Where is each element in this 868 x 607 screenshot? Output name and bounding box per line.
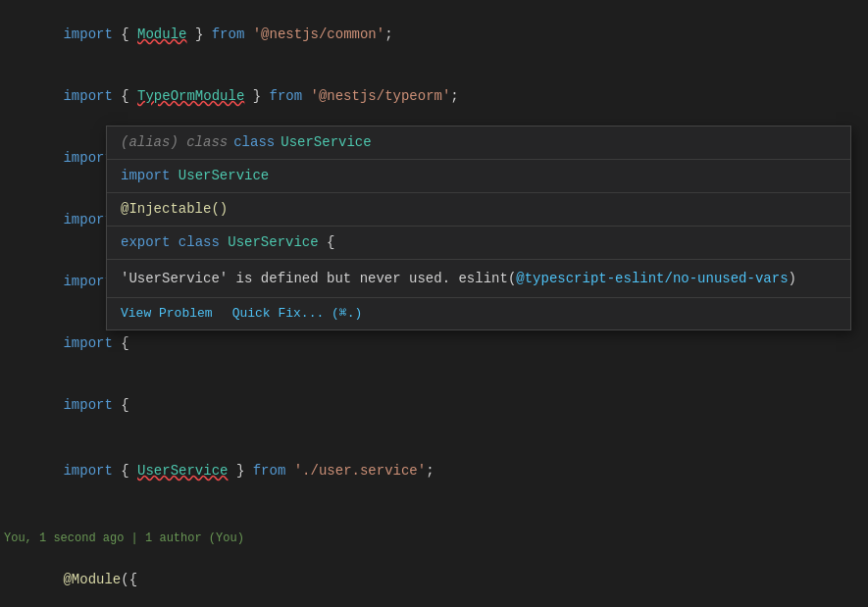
warning-source: eslint( bbox=[458, 271, 516, 286]
keyword: import bbox=[63, 26, 112, 42]
import-class: UserService bbox=[179, 168, 269, 183]
tooltip-decorator-row: @Injectable() bbox=[107, 193, 850, 227]
punc: { bbox=[113, 335, 129, 351]
line-content: @Module({ bbox=[14, 549, 852, 607]
tooltip-alias-row: (alias) class class UserService bbox=[107, 126, 850, 160]
line-content bbox=[14, 502, 852, 523]
punc: } bbox=[244, 88, 269, 104]
punc: } bbox=[228, 463, 252, 479]
class-keyword: class bbox=[179, 234, 220, 250]
punc bbox=[244, 26, 252, 42]
keyword: from bbox=[253, 463, 286, 479]
warning-close: ) bbox=[789, 271, 796, 286]
code-line bbox=[0, 502, 868, 524]
class-name-tooltip: UserService bbox=[228, 234, 318, 250]
string: '@nestjs/typeorm' bbox=[311, 88, 451, 104]
code-editor: import { Module } from '@nestjs/common';… bbox=[0, 0, 868, 607]
decorator-text: @Injectable() bbox=[121, 201, 228, 217]
punc: ; bbox=[450, 88, 458, 104]
alias-class-name: UserService bbox=[281, 132, 371, 153]
warning-link[interactable]: @typescript-eslint/no-unused-vars bbox=[516, 271, 788, 286]
alias-label: (alias) class bbox=[121, 132, 228, 153]
class-name: TypeOrmModule bbox=[137, 88, 244, 104]
punc: ; bbox=[426, 463, 434, 479]
hover-tooltip: (alias) class class UserService import U… bbox=[106, 126, 851, 330]
warning-message: 'UserService' is defined but never used. bbox=[121, 271, 450, 286]
keyword: import bbox=[63, 335, 112, 351]
brace: { bbox=[327, 234, 334, 250]
punc bbox=[302, 88, 310, 104]
alias-class-keyword: class bbox=[233, 132, 275, 153]
tooltip-import-row: import UserService bbox=[107, 160, 850, 193]
punc: ({ bbox=[121, 572, 137, 587]
import-keyword: import bbox=[121, 168, 170, 183]
punc: } bbox=[186, 26, 211, 42]
tooltip-warning-row: 'UserService' is defined but never used.… bbox=[107, 260, 850, 298]
punc: { bbox=[113, 26, 137, 42]
code-line: import { UserService } from './user.serv… bbox=[0, 440, 868, 502]
line-content: import { bbox=[14, 375, 852, 436]
code-line: import { Module } from '@nestjs/common'; bbox=[0, 4, 868, 66]
code-line: import { bbox=[0, 375, 868, 436]
tooltip-actions-row: View Problem Quick Fix... (⌘.) bbox=[107, 298, 850, 329]
blame-annotation: You, 1 second ago | 1 author (You) bbox=[0, 528, 868, 549]
keyword: import bbox=[63, 397, 112, 413]
keyword: from bbox=[212, 26, 245, 42]
keyword: import bbox=[63, 88, 112, 104]
line-content: import { UserService } from './user.serv… bbox=[14, 440, 852, 502]
code-line: import { TypeOrmModule } from '@nestjs/t… bbox=[0, 66, 868, 127]
line-content: import { Module } from '@nestjs/common'; bbox=[14, 4, 852, 66]
punc: { bbox=[113, 397, 129, 413]
class-name: Module bbox=[137, 26, 186, 42]
code-line: @Module({ bbox=[0, 549, 868, 607]
quick-fix-link[interactable]: Quick Fix... (⌘.) bbox=[232, 304, 363, 324]
punc bbox=[285, 463, 293, 479]
line-content: import { TypeOrmModule } from '@nestjs/t… bbox=[14, 66, 852, 127]
punc: { bbox=[113, 463, 137, 479]
decorator: @Module bbox=[63, 572, 121, 587]
keyword: import bbox=[63, 463, 112, 479]
keyword: from bbox=[270, 88, 303, 104]
punc: ; bbox=[384, 26, 392, 42]
string: './user.service' bbox=[294, 463, 426, 479]
export-keyword: export bbox=[121, 234, 170, 250]
string: '@nestjs/common' bbox=[253, 26, 384, 42]
view-problem-link[interactable]: View Problem bbox=[121, 304, 213, 324]
tooltip-class-row: export class UserService { bbox=[107, 227, 850, 260]
punc: { bbox=[113, 88, 137, 104]
class-name: UserService bbox=[137, 463, 228, 479]
